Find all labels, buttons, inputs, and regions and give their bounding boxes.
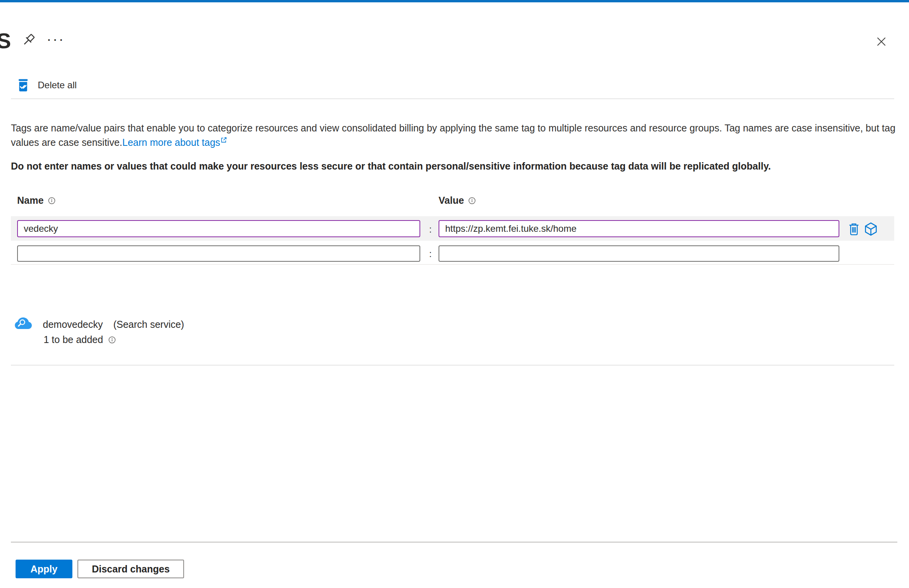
name-column-header: Name	[17, 195, 56, 206]
discard-changes-button[interactable]: Discard changes	[77, 560, 184, 578]
resource-summary-row: demovedecky (Search service)	[43, 319, 184, 330]
resource-type-label: (Search service)	[113, 319, 184, 330]
tags-description: Tags are name/value pairs that enable yo…	[11, 121, 900, 150]
ellipsis-icon: ···	[47, 31, 65, 48]
tags-blade: S ··· Delete all Tags are name/value pai…	[0, 0, 909, 588]
external-link-icon	[220, 136, 227, 144]
apply-to-resource-group-button[interactable]	[862, 220, 879, 238]
info-icon	[48, 197, 56, 205]
close-icon	[875, 35, 888, 48]
more-commands-button[interactable]: ···	[45, 29, 66, 50]
value-column-header: Value	[439, 195, 476, 206]
tags-grid-divider	[11, 264, 894, 265]
toolbar-divider	[11, 98, 894, 99]
learn-more-link[interactable]: Learn more about tags	[122, 137, 220, 148]
trash-checkmark-icon	[17, 79, 29, 92]
resource-status-text: 1 to be added	[44, 334, 103, 345]
search-service-resource-icon	[14, 316, 32, 332]
status-info-button[interactable]	[108, 336, 116, 344]
tag-value-input-row2[interactable]	[439, 245, 839, 262]
info-icon	[468, 197, 476, 205]
name-info-button[interactable]	[48, 197, 56, 205]
value-info-button[interactable]	[468, 197, 476, 205]
name-header-label: Name	[17, 195, 44, 206]
resource-name: demovedecky	[43, 319, 103, 330]
tag-value-input-row1[interactable]	[439, 220, 839, 237]
cube-icon	[863, 221, 879, 237]
name-value-separator: :	[425, 224, 436, 235]
resource-status-row: 1 to be added	[44, 334, 116, 345]
pin-button[interactable]	[19, 32, 37, 50]
trash-icon	[847, 221, 861, 237]
resource-section-divider	[11, 365, 894, 366]
pushpin-icon	[20, 32, 37, 49]
tags-warning-text: Do not enter names or values that could …	[11, 159, 900, 173]
delete-all-label: Delete all	[38, 80, 77, 91]
close-blade-button[interactable]	[872, 33, 890, 51]
info-icon	[108, 336, 116, 344]
name-value-separator: :	[425, 248, 436, 259]
apply-button[interactable]: Apply	[16, 560, 72, 578]
cloud-search-icon	[14, 316, 32, 330]
tag-name-input-row1[interactable]	[17, 220, 420, 237]
delete-all-button[interactable]: Delete all	[17, 79, 77, 92]
delete-tag-row-button[interactable]	[845, 220, 862, 238]
blade-title-partial: S	[0, 28, 11, 53]
value-header-label: Value	[439, 195, 464, 206]
tag-name-input-row2[interactable]	[17, 245, 420, 262]
top-accent-bar	[0, 0, 909, 2]
footer-divider	[11, 542, 897, 542]
